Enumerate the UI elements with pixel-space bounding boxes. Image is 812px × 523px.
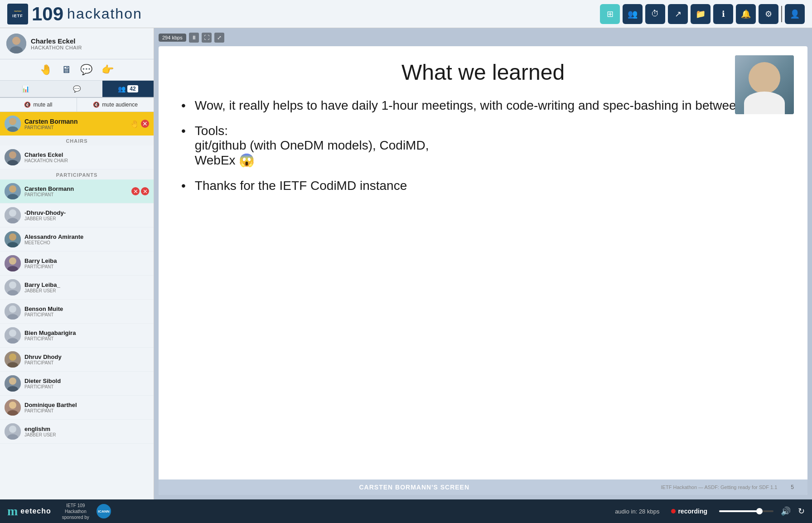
svg-point-19 (9, 257, 16, 265)
host-info: Charles Eckel HACKATHON CHAIR (31, 37, 82, 50)
participant-row-barry-leiba[interactable]: Barry Leiba PARTICIPANT (0, 252, 154, 276)
participant-avatar-dhruv (5, 207, 21, 223)
sidebar: Charles Eckel HACKATHON CHAIR 🤚 🖥 💬 👉 📊 … (0, 28, 154, 499)
point-icon[interactable]: 👉 (102, 64, 114, 76)
fullscreen-btn[interactable]: ⛶ (202, 33, 212, 43)
info-btn[interactable]: ℹ (713, 4, 733, 24)
svg-point-37 (9, 402, 16, 409)
pause-btn[interactable]: ⏸ (189, 33, 199, 43)
active-participant-row[interactable]: Carsten Bormann PARTICIPANT 🤚 ✕ (0, 112, 154, 136)
bormann-row-icons: ✕ ✕ (131, 187, 149, 195)
recording-badge: recording (671, 508, 707, 515)
mute-audience-icon: 🔇 (93, 102, 100, 108)
svg-point-31 (9, 354, 16, 361)
participant-info-bormann: Carsten Bormann PARTICIPANT (24, 185, 74, 197)
header-title-text: hackathon (67, 5, 142, 22)
participant-info-dhruv: -Dhruv-Dhody- JABBER USER (24, 209, 66, 221)
header: 〰〰 IETF 109 hackathon ⊞ 👥 ⏱ ↗ 📁 ℹ 🔔 ⚙ 👤 (0, 0, 812, 28)
slide-bullet-3: Thanks for the IETF CodiMD instance (181, 179, 785, 193)
recording-dot (671, 509, 676, 513)
volume-bar[interactable] (719, 510, 773, 512)
participant-info-barry-leiba: Barry Leiba PARTICIPANT (24, 257, 57, 269)
user-btn[interactable]: 👤 (785, 4, 805, 24)
participants-btn[interactable]: 👥 (623, 4, 643, 24)
participant-row-dhruv[interactable]: -Dhruv-Dhody- JABBER USER (0, 203, 154, 228)
tab-participants[interactable]: 👥 42 (102, 81, 154, 97)
volume-slider[interactable] (719, 510, 773, 512)
folder-btn[interactable]: 📁 (691, 4, 710, 24)
bullet-text-2: Tools:git/github (with OneDM models), Co… (195, 124, 429, 168)
host-card: Charles Eckel HACKATHON CHAIR (0, 28, 154, 59)
mute-all-btn[interactable]: 🔇 mute all (0, 98, 77, 111)
chair-row-eckel[interactable]: Charles Eckel HACKATHON CHAIR (0, 145, 154, 169)
volume-handle[interactable] (756, 508, 763, 514)
participant-row-englishm[interactable]: englishm JABBER USER (0, 420, 154, 444)
timer-btn[interactable]: ⏱ (645, 4, 665, 24)
bitrate-display: 294 kbps (159, 34, 186, 42)
header-logo-area: 〰〰 IETF 109 hackathon (7, 4, 142, 24)
participant-role-dhruv-dhody: PARTICIPANT (24, 360, 62, 365)
participant-role-barry-leiba: PARTICIPANT (24, 264, 57, 269)
participant-row-bormann[interactable]: Carsten Bormann PARTICIPANT ✕ ✕ (0, 179, 154, 203)
video-icon[interactable]: 🖥 (61, 64, 71, 76)
volume-fill (719, 510, 757, 512)
participant-avatar-englishm (5, 423, 21, 440)
svg-point-7 (9, 151, 16, 159)
speaker-icon[interactable]: 🔊 (781, 506, 791, 516)
slide-title: What we learned (181, 60, 785, 85)
participant-row-dhruv-dhody[interactable]: Dhruv Dhody PARTICIPANT (0, 348, 154, 372)
bitrate-value: 294 kbps (162, 35, 183, 40)
host-actions: 🤚 🖥 💬 👉 (0, 59, 154, 81)
participant-name-bien: Bien Mugabarigira (24, 329, 76, 336)
remove-icon[interactable]: ✕ (141, 120, 149, 128)
participant-name-amirante: Alessandro Amirante (24, 233, 83, 240)
participant-name-barry-leiba: Barry Leiba (24, 257, 57, 264)
participant-avatar-barry-leiba (5, 255, 21, 271)
participant-row-dominique[interactable]: Dominique Barthel PARTICIPANT (0, 396, 154, 420)
meetecho-logo: m eetecho (7, 504, 51, 518)
chat-icon[interactable]: 💬 (80, 64, 92, 76)
tab-stats[interactable]: 📊 (0, 81, 51, 97)
active-participant-info: Carsten Bormann PARTICIPANT (24, 118, 77, 130)
slide-container: What we learned Wow, it really helps to … (159, 46, 807, 495)
settings-btn[interactable]: ⚙ (759, 4, 778, 24)
external-link-btn[interactable]: ↗ (668, 4, 688, 24)
expand-btn[interactable]: ⤢ (214, 33, 224, 43)
svg-point-22 (9, 281, 16, 289)
main-area: Charles Eckel HACKATHON CHAIR 🤚 🖥 💬 👉 📊 … (0, 28, 812, 499)
participant-row-bien[interactable]: Bien Mugabarigira PARTICIPANT (0, 324, 154, 348)
participant-row-barry-leiba2[interactable]: Barry Leiba_ JABBER USER (0, 276, 154, 300)
chair-role-eckel: HACKATHON CHAIR (24, 158, 68, 163)
chair-info-eckel: Charles Eckel HACKATHON CHAIR (24, 151, 68, 163)
mic-off-icon: ✕ (141, 187, 149, 195)
meetecho-text: eetecho (20, 507, 51, 515)
ietf-info: IETF 109 Hackathon sponsored by (62, 503, 89, 520)
participant-role-englishm: JABBER USER (24, 432, 56, 437)
participant-name-dhruv: -Dhruv-Dhody- (24, 209, 66, 216)
icann-logo: ICANN (97, 504, 111, 518)
ietf-logo: 〰〰 IETF (7, 4, 28, 24)
participant-info-amirante: Alessandro Amirante MEETECHO (24, 233, 83, 245)
participant-avatar-benson (5, 303, 21, 320)
hand-raised-icon: 🤚 (130, 120, 139, 128)
refresh-icon[interactable]: ↻ (798, 506, 805, 516)
participant-name-englishm: englishm (24, 426, 56, 432)
screen-share-btn[interactable]: ⊞ (600, 4, 620, 24)
participant-info-dhruv-dhody: Dhruv Dhody PARTICIPANT (24, 354, 62, 365)
participant-row-amirante[interactable]: Alessandro Amirante MEETECHO (0, 228, 154, 252)
slide-footer: CARSTEN BORMANN'S SCREEN IETF Hackathon … (159, 479, 807, 495)
mute-audience-btn[interactable]: 🔇 mute audience (77, 98, 154, 111)
participant-row-benson[interactable]: Benson Muite PARTICIPANT (0, 300, 154, 324)
tab-chat[interactable]: 💬 (51, 81, 102, 97)
svg-point-40 (9, 426, 16, 433)
screen-label: CARSTEN BORMANN'S SCREEN (168, 484, 661, 491)
mute-icon: 🔇 (24, 102, 31, 108)
slide-footer-inner: CARSTEN BORMANN'S SCREEN IETF Hackathon … (168, 482, 798, 492)
participant-avatar-amirante (5, 231, 21, 247)
bell-btn[interactable]: 🔔 (736, 4, 756, 24)
participant-row-dieter[interactable]: Dieter Sibold PARTICIPANT (0, 372, 154, 396)
slide-bullet-2: Tools:git/github (with OneDM models), Co… (181, 124, 785, 168)
participant-name-dominique: Dominique Barthel (24, 402, 77, 408)
raise-hand-icon[interactable]: 🤚 (40, 64, 52, 76)
slide-page-num: 5 (786, 482, 798, 492)
